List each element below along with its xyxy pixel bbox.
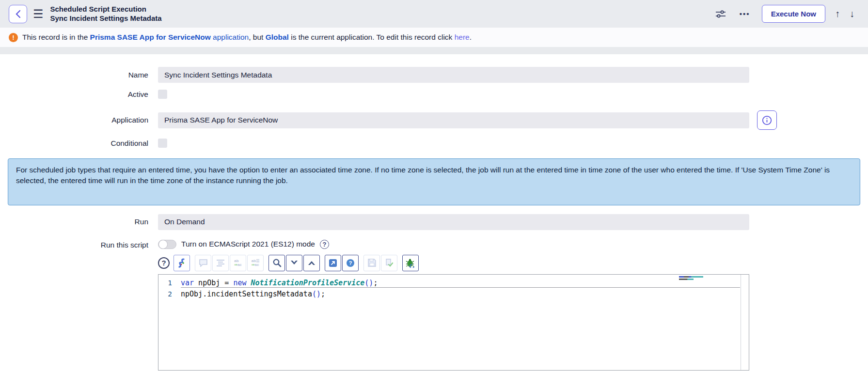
here-link[interactable]: here xyxy=(455,33,470,41)
code-line[interactable]: 2npObj.incidentSettingsMetadata(); xyxy=(158,289,749,300)
syntax-check-icon xyxy=(385,259,394,267)
personalize-form-icon[interactable] xyxy=(715,9,726,19)
help-icon[interactable]: ? xyxy=(158,257,170,269)
record-form: Name Sync Incident Settings Metadata Act… xyxy=(0,54,868,388)
syntax-check-button xyxy=(381,255,397,271)
scroll-up-icon[interactable]: ↑ xyxy=(835,8,840,19)
timezone-info-message: For scheduled job types that require an … xyxy=(8,158,860,205)
scheduled-script-execution-page: ☰ Scheduled Script Execution Sync Incide… xyxy=(0,0,868,388)
section-divider xyxy=(0,47,868,54)
replace-all-button: ab☰⇒ac xyxy=(247,255,264,271)
debug-icon xyxy=(406,258,415,268)
info-circle-icon xyxy=(762,115,772,125)
find-next-button[interactable] xyxy=(286,255,302,271)
script-code-editor[interactable]: 1var npObj = new NotificationProfileServ… xyxy=(158,274,749,371)
es12-help-icon[interactable]: ? xyxy=(320,240,329,249)
run-field-row: Run On Demand xyxy=(0,214,868,230)
find-previous-icon xyxy=(308,260,316,265)
active-field-row: Active xyxy=(0,90,868,99)
search-icon xyxy=(272,258,282,267)
editor-scrollbar[interactable] xyxy=(741,275,749,370)
code-line[interactable]: 1var npObj = new NotificationProfileServ… xyxy=(158,278,749,289)
line-number: 2 xyxy=(158,290,181,298)
active-checkbox[interactable] xyxy=(158,90,167,99)
open-in-window-button[interactable] xyxy=(325,255,341,271)
run-label: Run xyxy=(0,217,148,226)
replace-all-icon: ab☰⇒ac xyxy=(252,259,260,267)
svg-text:?: ? xyxy=(349,260,352,266)
toggle-knob xyxy=(158,240,168,249)
script-field-content: Turn on ECMAScript 2021 (ES12) mode ? ? xyxy=(158,240,749,371)
scroll-down-icon[interactable]: ↓ xyxy=(850,8,854,19)
chevron-left-icon xyxy=(15,10,21,18)
application-info-button[interactable] xyxy=(757,110,777,130)
application-link[interactable]: Prisma SASE App for ServiceNow xyxy=(90,33,211,41)
api-help-button[interactable]: ? xyxy=(342,255,359,271)
comment-icon xyxy=(199,259,208,267)
es12-mode-toggle[interactable] xyxy=(158,240,176,249)
code-lines: 1var npObj = new NotificationProfileServ… xyxy=(158,275,749,300)
global-link[interactable]: Global xyxy=(266,33,289,41)
comment-button xyxy=(195,255,211,271)
execute-now-button[interactable]: Execute Now xyxy=(762,5,825,23)
name-input[interactable]: Sync Incident Settings Metadata xyxy=(158,67,749,83)
code-text: npObj.incidentSettingsMetadata(); xyxy=(181,290,749,298)
find-previous-button[interactable] xyxy=(303,255,320,271)
conditional-label: Conditional xyxy=(0,139,148,148)
format-lines-button xyxy=(212,255,229,271)
warning-icon: ! xyxy=(9,33,18,42)
record-name-title: Sync Incident Settings Metadata xyxy=(50,14,162,23)
application-field-row: Application Prisma SASE App for ServiceN… xyxy=(0,110,868,130)
back-button[interactable] xyxy=(9,5,27,23)
script-field-row: Run this script Turn on ECMAScript 2021 … xyxy=(0,240,868,371)
replace-button: ab⇒ac xyxy=(230,255,246,271)
banner-text: This record is in the xyxy=(22,33,90,41)
application-input[interactable]: Prisma SASE App for ServiceNow xyxy=(158,112,749,128)
replace-icon: ab⇒ac xyxy=(234,259,242,267)
search-button[interactable] xyxy=(268,255,285,271)
active-label: Active xyxy=(0,90,148,99)
record-type-title: Scheduled Script Execution xyxy=(50,5,162,14)
more-options-icon[interactable]: ••• xyxy=(740,10,750,18)
context-menu-icon[interactable]: ☰ xyxy=(33,8,44,20)
code-minimap xyxy=(679,276,704,280)
conditional-checkbox[interactable] xyxy=(158,139,167,148)
banner-text: is the current application. To edit this… xyxy=(289,33,455,41)
api-help-icon: ? xyxy=(346,259,355,267)
application-label: Application xyxy=(0,116,148,124)
run-input[interactable]: On Demand xyxy=(158,214,749,230)
save-button xyxy=(363,255,380,271)
script-editor-toolbar: ? ab⇒ac ab☰⇒ac xyxy=(158,255,749,271)
code-text: var npObj = new NotificationProfileServi… xyxy=(181,279,740,288)
name-label: Name xyxy=(0,71,148,79)
es12-toggle-label: Turn on ECMAScript 2021 (ES12) mode xyxy=(181,240,315,248)
format-code-icon xyxy=(177,258,187,268)
page-title: Scheduled Script Execution Sync Incident… xyxy=(50,5,162,23)
format-code-button[interactable] xyxy=(174,255,190,271)
format-lines-icon xyxy=(216,259,225,267)
name-field-row: Name Sync Incident Settings Metadata xyxy=(0,67,868,83)
find-next-icon xyxy=(290,260,298,265)
application-link-suffix[interactable]: application xyxy=(211,33,249,41)
open-in-window-icon xyxy=(329,259,337,267)
form-header: ☰ Scheduled Script Execution Sync Incide… xyxy=(0,0,868,28)
debug-button[interactable] xyxy=(402,255,419,271)
conditional-field-row: Conditional xyxy=(0,139,868,148)
cross-scope-banner: ! This record is in the Prisma SASE App … xyxy=(0,28,868,47)
es12-toggle-row: Turn on ECMAScript 2021 (ES12) mode ? xyxy=(158,240,749,249)
save-icon xyxy=(368,259,376,267)
banner-text: . xyxy=(470,33,472,41)
banner-message: This record is in the Prisma SASE App fo… xyxy=(22,33,472,42)
run-this-script-label: Run this script xyxy=(0,240,148,249)
line-number: 1 xyxy=(158,279,181,287)
banner-text: , but xyxy=(249,33,265,41)
